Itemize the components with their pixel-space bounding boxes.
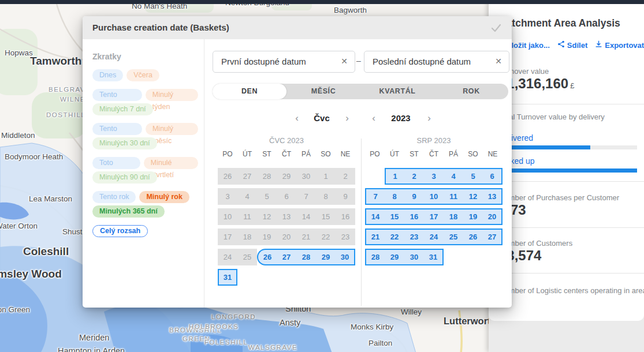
day-name: NE xyxy=(336,150,355,166)
shortcut-row: Tento týdenMinulý týden xyxy=(92,89,198,101)
calendar-day[interactable]: 18 xyxy=(444,208,463,225)
calendar-day: 20 xyxy=(277,229,296,245)
calendar-day: 1 xyxy=(316,168,336,185)
day-names-row: POÚTSTČTPÁSONE xyxy=(365,150,502,166)
shortcut-minul-m-s-c[interactable]: Minulý měsíc xyxy=(146,123,198,135)
prev-month-button[interactable]: ‹ xyxy=(291,113,303,124)
next-month-button[interactable]: › xyxy=(341,113,353,124)
end-date-input[interactable]: Poslední dostupné datum ✕ xyxy=(364,51,509,73)
calendar-day[interactable]: 9 xyxy=(404,188,424,205)
calendar-day[interactable]: 7 xyxy=(365,188,385,205)
calendar-day: 26 xyxy=(218,168,237,185)
calendar-day: 25 xyxy=(237,249,257,265)
calendar-day[interactable]: 2 xyxy=(404,168,424,185)
shortcut-toto-tvrtlet[interactable]: Toto čtvrtletí xyxy=(92,157,140,169)
map-label-willey: Willey xyxy=(401,308,422,316)
shortcut-row: Tento měsícMinulý měsíc xyxy=(92,123,198,135)
shortcuts-title: Zkratky xyxy=(92,52,121,61)
calendar-day[interactable]: 6 xyxy=(483,168,502,185)
calendar-day[interactable]: 15 xyxy=(385,208,404,225)
calendar-day: 3 xyxy=(218,188,237,205)
day-name: PO xyxy=(365,150,385,166)
shortcut-minul-rok[interactable]: Minulý rok xyxy=(139,191,189,203)
day-name: ST xyxy=(404,150,424,166)
delivered-progress-bar xyxy=(499,145,637,149)
calendar-day[interactable]: 28 xyxy=(296,249,316,265)
panel-action-label: Exportovat xyxy=(605,41,644,50)
calendar-day[interactable]: 30 xyxy=(336,249,355,265)
calendar-day[interactable]: 28 xyxy=(365,249,385,265)
calendar-day[interactable]: 17 xyxy=(424,208,444,225)
calendar-day[interactable]: 11 xyxy=(444,188,463,205)
start-date-input[interactable]: První dostupné datum ✕ xyxy=(213,51,355,73)
calendar-day[interactable]: 5 xyxy=(463,168,483,185)
day-name: NE xyxy=(483,150,502,166)
shortcut-minul-ch-7-dn[interactable]: Minulých 7 dní xyxy=(92,103,153,115)
calendar-day[interactable]: 27 xyxy=(277,249,296,265)
map-label-bodymoor-heath: Bodymoor Heath xyxy=(5,152,63,161)
calendar-day[interactable]: 19 xyxy=(463,208,483,225)
shortcut-minul-t-den[interactable]: Minulý týden xyxy=(146,89,198,101)
shortcut-dnes[interactable]: Dnes xyxy=(92,69,123,81)
divider xyxy=(489,181,644,182)
calendar-day[interactable]: 31 xyxy=(424,249,444,265)
calendar-day[interactable]: 21 xyxy=(365,229,385,245)
tab-kvart-l[interactable]: KVARTÁL xyxy=(360,84,434,99)
calendar-day: 14 xyxy=(296,208,316,225)
shortcut-minul-tvrtlet[interactable]: Minulé čtvrtletí xyxy=(144,157,198,169)
calendar-day[interactable]: 4 xyxy=(444,168,463,185)
catchment-analysis-panel: Catchment Area Analysis Uložit jako...Sd… xyxy=(489,0,644,352)
calendar-day[interactable]: 23 xyxy=(404,229,424,245)
calendar-day: 19 xyxy=(257,229,277,245)
calendar-day[interactable]: 31 xyxy=(218,269,237,286)
browser-top-bar xyxy=(0,0,644,4)
calendar-day[interactable]: 29 xyxy=(316,249,336,265)
panel-title: Catchment Area Analysis xyxy=(499,17,620,29)
calendar-day[interactable]: 26 xyxy=(463,229,483,245)
shortcut-minul-ch-90-dn[interactable]: Minulých 90 dní xyxy=(92,171,157,184)
shortcut-minul-ch-30-dn[interactable]: Minulých 30 dní xyxy=(92,137,157,149)
calendar-day[interactable]: 13 xyxy=(483,188,502,205)
calendar-day[interactable]: 27 xyxy=(483,229,502,245)
calendar-day[interactable]: 1 xyxy=(385,168,404,185)
prev-year-button[interactable]: ‹ xyxy=(368,113,379,124)
shortcut-cel-rozsah[interactable]: Celý rozsah xyxy=(92,225,148,237)
current-month-label: Čvc xyxy=(304,113,339,123)
shortcut-tento-m-s-c[interactable]: Tento měsíc xyxy=(92,123,142,135)
map-label-chelmsley-wood: Chelmsley Wood xyxy=(0,268,62,280)
picked-up-progress-bar xyxy=(499,168,637,173)
calendar-day: 29 xyxy=(277,168,296,185)
calendar-day[interactable]: 8 xyxy=(385,188,404,205)
tab-den[interactable]: DEN xyxy=(213,84,286,99)
shortcut-tento-t-den[interactable]: Tento týden xyxy=(92,89,142,101)
calendar-day[interactable]: 16 xyxy=(404,208,424,225)
shortcut-tento-rok[interactable]: Tento rok xyxy=(92,191,136,203)
calendar-day[interactable]: 30 xyxy=(404,249,424,265)
clear-start-date-icon[interactable]: ✕ xyxy=(341,57,348,66)
calendar-day[interactable]: 22 xyxy=(385,229,404,245)
calendar-day[interactable]: 14 xyxy=(365,208,385,225)
calendar-day[interactable]: 10 xyxy=(424,188,444,205)
shortcut-minul-ch-365-dn[interactable]: Minulých 365 dní xyxy=(92,205,165,218)
calendar-day[interactable]: 24 xyxy=(424,229,444,245)
panel-action-label: Sdílet xyxy=(567,41,587,50)
calendar-day: 13 xyxy=(277,208,296,225)
calendar-day[interactable]: 29 xyxy=(385,249,404,265)
confirm-check-icon[interactable] xyxy=(490,21,502,34)
panel-action-export[interactable]: Exportovat xyxy=(595,40,644,50)
calendar-day[interactable]: 26 xyxy=(257,249,277,265)
tab-m-s-c[interactable]: MĚSÍC xyxy=(286,84,360,99)
calendar-day[interactable]: 20 xyxy=(483,208,502,225)
panel-action-share[interactable]: Sdílet xyxy=(557,40,587,50)
next-year-button[interactable]: › xyxy=(423,113,435,124)
calendar-day[interactable]: 25 xyxy=(444,229,463,245)
panel-actions: Uložit jako...SdíletExportovat xyxy=(496,40,644,50)
shortcut-v-era[interactable]: Včera xyxy=(126,69,159,81)
map-label-longford: LONGFORD xyxy=(211,313,256,320)
calendar-day[interactable]: 3 xyxy=(424,168,444,185)
tab-rok[interactable]: ROK xyxy=(434,84,508,99)
calendar-july: ČVC 2023POÚTSTČTPÁSONE262728293012345678… xyxy=(218,136,355,287)
calendar-day[interactable]: 12 xyxy=(463,188,483,205)
day-name: ČT xyxy=(424,150,444,166)
clear-end-date-icon[interactable]: ✕ xyxy=(495,57,502,66)
